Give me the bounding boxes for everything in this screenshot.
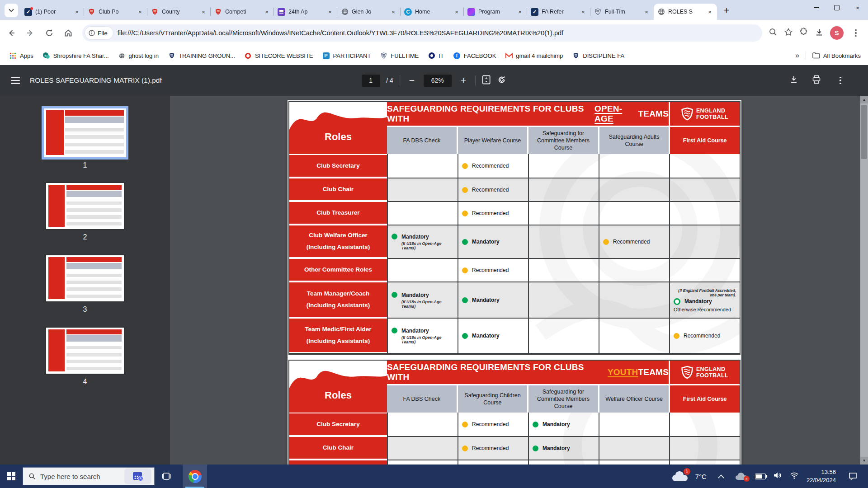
file-scheme-chip[interactable]: File: [85, 27, 113, 39]
new-tab-button[interactable]: +: [720, 4, 733, 17]
tab-roles-active[interactable]: ROLES S ×: [654, 4, 717, 20]
battery-icon[interactable]: [755, 474, 766, 479]
bookmark-discipline[interactable]: DISCIPLINE FA: [572, 52, 624, 60]
all-bookmarks-button[interactable]: All Bookmarks: [812, 52, 861, 60]
tab-search-button[interactable]: [5, 4, 18, 17]
search-highlight-icon[interactable]: [124, 469, 151, 484]
profile-avatar[interactable]: S: [830, 26, 844, 40]
globe-icon: [118, 52, 126, 60]
mandatory-dot: [462, 297, 468, 303]
zoom-out-button[interactable]: −: [406, 75, 417, 86]
bookmark-it[interactable]: IT: [428, 52, 444, 60]
zoom-level-input[interactable]: 62%: [424, 75, 452, 87]
divider: [400, 75, 400, 85]
onedrive-error-icon[interactable]: ×: [736, 473, 747, 480]
task-view-button[interactable]: [155, 465, 178, 488]
tab-close-icon[interactable]: ×: [643, 8, 650, 15]
zoom-lens-icon[interactable]: [769, 28, 778, 38]
folder-icon: [812, 52, 820, 60]
bookmark-participant[interactable]: P PARTICIPANT: [322, 52, 371, 60]
window-maximize-button[interactable]: [826, 0, 847, 15]
wifi-icon[interactable]: [790, 472, 799, 481]
tab-county[interactable]: County ×: [147, 4, 211, 20]
bookmark-training-ground[interactable]: TRAINING GROUN...: [168, 52, 235, 60]
tab-close-icon[interactable]: ×: [706, 8, 713, 15]
scrollbar-thumb[interactable]: [861, 105, 867, 159]
matrix-cell: Mandatory: [458, 319, 528, 353]
tab-close-icon[interactable]: ×: [453, 8, 460, 15]
bookmark-star-icon[interactable]: [784, 28, 793, 38]
zoom-in-button[interactable]: +: [458, 75, 469, 86]
tab-close-icon[interactable]: ×: [73, 8, 80, 15]
mandatory-dot: [462, 239, 468, 245]
tab-24th-april[interactable]: 24th Ap ×: [274, 4, 337, 20]
tab-competitions[interactable]: Competi ×: [211, 4, 274, 20]
temperature-label[interactable]: 7°C: [695, 473, 707, 480]
scroll-up-arrow[interactable]: ▲: [860, 96, 868, 103]
pdf-vertical-scrollbar[interactable]: ▲ ▼: [860, 96, 868, 465]
bookmark-gmail[interactable]: gmail 4 mailchimp: [505, 52, 563, 60]
tab-close-icon[interactable]: ×: [137, 8, 144, 15]
tab-close-icon[interactable]: ×: [263, 8, 270, 15]
tray-expand-chevron[interactable]: [714, 467, 728, 485]
forward-button[interactable]: [23, 25, 38, 41]
thumbnail-page-3[interactable]: 3: [46, 255, 124, 314]
taskbar-clock[interactable]: 13:56 22/04/2024: [807, 468, 836, 484]
fa-crest-red-icon: [214, 8, 222, 16]
address-bar[interactable]: File file:///C:/Users/VTranter/AppData/L…: [82, 24, 762, 42]
bookmark-apps[interactable]: Apps: [9, 52, 33, 60]
tab-close-icon[interactable]: ×: [580, 8, 587, 15]
bookmark-sitecore[interactable]: SITECORE WEBSITE: [244, 52, 313, 60]
weather-icon[interactable]: 1: [672, 471, 688, 481]
pdf-toolbar: ROLES SAFEGUARDING MATRIX (1).pdf 1 / 4 …: [0, 65, 868, 96]
tab-club-portal[interactable]: Club Po ×: [84, 4, 147, 20]
fa-crest-white-icon: [594, 8, 602, 16]
tab-close-icon[interactable]: ×: [200, 8, 207, 15]
taskbar-search-box[interactable]: Type here to search: [23, 467, 155, 485]
bookmark-fulltime[interactable]: FULLTIME: [380, 52, 419, 60]
tab-fulltime[interactable]: Full-Tim ×: [590, 4, 654, 20]
bookmark-facebook[interactable]: f FACEBOOK: [453, 52, 496, 60]
thumbnail-page-4[interactable]: 4: [46, 328, 124, 386]
pdf-download-icon[interactable]: [789, 75, 798, 86]
downloads-icon[interactable]: [815, 28, 824, 38]
bookmark-label: FULLTIME: [391, 52, 419, 59]
tab-poor[interactable]: ✓ (1) Poor ×: [21, 4, 84, 20]
back-button[interactable]: [4, 25, 19, 41]
roles-label: Roles: [289, 389, 387, 401]
browser-menu-icon[interactable]: [850, 29, 862, 37]
tab-close-icon[interactable]: ×: [326, 8, 334, 15]
table-header: Roles SAFEGUARDING REQUIREMENTS FOR CLUB…: [289, 102, 740, 154]
bookmark-ghost[interactable]: ghost log in: [118, 52, 159, 60]
fit-page-button[interactable]: [482, 75, 491, 86]
pdf-more-icon[interactable]: [835, 77, 846, 84]
tab-glen[interactable]: Glen Jo ×: [337, 4, 401, 20]
tab-close-icon[interactable]: ×: [516, 8, 524, 15]
window-close-button[interactable]: ×: [847, 0, 868, 15]
home-button[interactable]: [61, 25, 76, 41]
start-button[interactable]: [0, 465, 23, 488]
window-minimize-button[interactable]: [806, 0, 826, 15]
volume-icon[interactable]: [774, 472, 782, 481]
thumbnail-page-2[interactable]: 2: [46, 183, 124, 241]
matrix-cell: [387, 178, 458, 201]
extensions-puzzle-icon[interactable]: [799, 28, 808, 38]
mandatory-dot: [533, 446, 538, 451]
tab-programme[interactable]: Program ×: [464, 4, 527, 20]
tab-close-icon[interactable]: ×: [390, 8, 397, 15]
url-text[interactable]: file:///C:/Users/VTranter/AppData/Local/…: [118, 29, 563, 37]
tab-home[interactable]: C Home - ×: [401, 4, 464, 20]
thumbnail-page-1[interactable]: 1: [44, 108, 126, 169]
pdf-print-icon[interactable]: [812, 75, 821, 86]
rotate-button[interactable]: [497, 75, 506, 86]
pdf-menu-icon[interactable]: [11, 75, 20, 85]
action-center-icon[interactable]: [844, 467, 862, 485]
taskbar-chrome-button[interactable]: [183, 465, 207, 488]
bookmarks-overflow-chevron[interactable]: »: [795, 52, 799, 60]
page-number-input[interactable]: 1: [362, 75, 380, 87]
bookmark-sharepoint[interactable]: s Shropshire FA Shar...: [42, 52, 109, 60]
tab-fa-referee[interactable]: ✓ FA Refer ×: [527, 4, 590, 20]
matrix-cell: [528, 460, 599, 465]
scroll-down-arrow[interactable]: ▼: [860, 457, 868, 465]
reload-button[interactable]: [42, 25, 57, 41]
